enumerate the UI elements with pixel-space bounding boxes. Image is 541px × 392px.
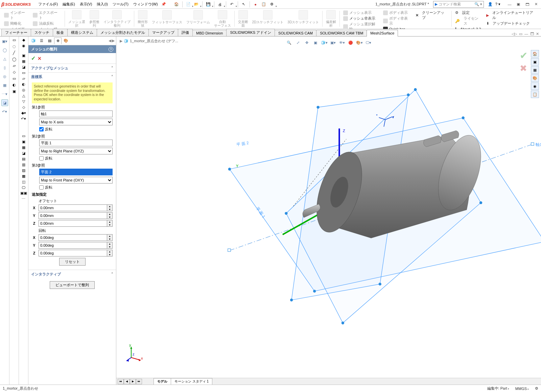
pm-tab-2[interactable]: ☰ — [38, 38, 45, 44]
tab-2[interactable]: 板金 — [53, 29, 68, 36]
pm-tab-3[interactable]: ▤ — [46, 38, 53, 44]
print-icon[interactable]: 🖨 — [216, 1, 224, 8]
maximize-icon[interactable]: 🗖 — [523, 1, 531, 7]
vtb2-item6[interactable]: ◇ — [13, 70, 16, 74]
vtb3-v[interactable]: ▩ — [22, 174, 25, 178]
ref1-invert[interactable]: 反転 — [39, 127, 113, 132]
bt-first-icon[interactable]: ⏮ — [118, 379, 124, 384]
vtb3-b[interactable]: ◉ — [22, 44, 25, 48]
new-icon[interactable]: 📄 — [185, 1, 192, 8]
tab-6[interactable]: 評価 — [178, 29, 193, 36]
vtb1-cone-icon[interactable]: △ — [1, 55, 8, 62]
tab-4[interactable]: メッシュ分割されたモデル — [97, 29, 149, 36]
ribbon-license[interactable]: 🔑 ライセンス — [455, 16, 482, 26]
menu-file[interactable]: ファイル(F) — [36, 1, 60, 8]
status-editing[interactable]: 編集中: Part — [487, 386, 509, 391]
ribbon-mesh-hide[interactable]: メッシュ非表示 — [343, 16, 379, 21]
bt-next-icon[interactable]: ▶ — [130, 379, 136, 384]
vtb3-f[interactable]: ▭ — [22, 71, 25, 75]
vtb3-q[interactable]: ▦ — [22, 145, 25, 150]
ref3-map-select[interactable]: Map to Front Plane (OXY) — [39, 177, 113, 183]
tabs-close-icon[interactable]: ✕ — [536, 32, 539, 36]
vtb1-undo-icon[interactable]: ↶▾ — [1, 108, 8, 115]
offset-y[interactable] — [39, 212, 107, 219]
vtb3-s[interactable]: ▤ — [22, 157, 25, 161]
menu-insert[interactable]: 挿入(I) — [95, 1, 110, 8]
vtb1-active-icon[interactable]: ◪ — [1, 99, 8, 106]
vtb3-z[interactable]: ⋯ — [22, 197, 25, 201]
bottom-tab-motion[interactable]: モーション スタディ 1 — [171, 378, 212, 385]
sec-coord-sys[interactable]: 座標系˄ — [28, 73, 116, 81]
ref3-invert[interactable]: 反転 — [39, 185, 113, 190]
align-in-viewport-button[interactable]: ビューポートで整列 — [50, 281, 95, 289]
rebuild-icon[interactable]: ● — [252, 1, 259, 8]
vtb2-item2[interactable]: ◌ — [13, 44, 16, 49]
ribbon-settings[interactable]: ⚙ 設定 — [455, 10, 482, 15]
tab-1[interactable]: スケッチ — [31, 29, 53, 36]
undo-icon[interactable]: ↶ — [228, 1, 236, 8]
rot-y[interactable] — [39, 242, 107, 249]
view-triad[interactable]: y x z — [124, 344, 145, 364]
ref3-input[interactable] — [39, 169, 113, 175]
vtb3-o[interactable]: ▭ — [22, 134, 25, 138]
home-icon[interactable]: 🏠 — [173, 1, 180, 8]
vtb3-p[interactable]: ▣ — [22, 140, 25, 144]
vtb2-item3[interactable]: ╱ — [13, 51, 15, 55]
command-search[interactable]: ▶ コマンド検索 🔍 ▾ — [433, 1, 484, 8]
tab-11[interactable]: Mesh2Surface — [367, 30, 398, 36]
ribbon-update[interactable]: ⬇ アップデートチェック — [486, 21, 537, 26]
vtb2-item4[interactable]: ◯ — [12, 57, 16, 62]
vtb3-n[interactable]: ↶▾ — [21, 117, 26, 121]
sec-interactive[interactable]: インタラクティブ˄ — [28, 270, 116, 278]
bt-last-icon[interactable]: ⏭ — [136, 379, 142, 384]
save-icon[interactable]: 💾 — [205, 1, 212, 8]
vtb3-g[interactable]: ▱ — [22, 76, 25, 81]
tab-0[interactable]: フィーチャー — [1, 29, 31, 36]
offset-z[interactable] — [39, 220, 107, 227]
pm-tab-5[interactable]: 🎨 — [62, 38, 70, 44]
vtb3-j[interactable]: △ — [22, 94, 25, 98]
vtb3-u[interactable]: ▨ — [22, 168, 25, 173]
vtb3-k[interactable]: ▽ — [22, 99, 25, 104]
pm-tab-1[interactable]: 🧊 — [30, 38, 37, 44]
select-icon[interactable]: ↖ — [240, 1, 248, 8]
vtb3-r[interactable]: ◪ — [22, 151, 25, 155]
ref2-invert[interactable]: 反転 — [39, 156, 113, 161]
open-icon[interactable]: 📂 — [193, 1, 200, 8]
pm-next-icon[interactable]: ▶ — [112, 39, 115, 43]
rot-x[interactable] — [39, 234, 107, 241]
tab-8[interactable]: SOLIDWORKS アドイン — [226, 29, 275, 36]
tab-7[interactable]: MBD Dimension — [192, 30, 227, 36]
menu-edit[interactable]: 編集(E) — [61, 1, 77, 8]
vtb1-cyl-icon[interactable]: ▯ — [1, 64, 8, 71]
ref1-map-select[interactable]: Map to X axis — [39, 119, 113, 125]
vtb3-a[interactable]: ◆ — [22, 38, 25, 42]
vtb1-other-icon[interactable]: ⋯▾ — [1, 91, 8, 97]
tabs-min-icon[interactable]: ▭ — [519, 32, 522, 36]
pin-icon[interactable]: 📌 — [161, 2, 166, 6]
vtb3-c[interactable]: ▣ — [22, 53, 25, 58]
vtb3-w[interactable]: ◫ — [22, 180, 25, 184]
tab-9[interactable]: SOLIDWORKS CAM — [275, 30, 316, 36]
vtb3-l[interactable]: ◇ — [22, 105, 25, 109]
sec-active-mesh[interactable]: アクティブなメッシュ˄ — [28, 64, 116, 72]
tab-5[interactable]: マークアップ — [148, 29, 178, 36]
vtb3-h[interactable]: ◐ — [22, 82, 25, 87]
tab-3[interactable]: 構造システム — [67, 29, 97, 36]
status-gear-icon[interactable]: ⚙ — [535, 386, 538, 391]
vtb3-i[interactable]: ◎ — [22, 88, 25, 92]
vtb1-torus-icon[interactable]: ◎ — [1, 73, 8, 80]
tabs-dash-icon[interactable]: — — [524, 32, 528, 36]
tab-10[interactable]: SOLIDWORKS CAM TBM — [316, 30, 367, 36]
ribbon-tutorial[interactable]: ▶ オンラインチュートリアル — [486, 10, 537, 20]
vtb2-item5[interactable]: ▱ — [13, 64, 16, 68]
ribbon-export[interactable]: エクスポート — [33, 10, 61, 20]
cancel-button[interactable]: ✕ — [38, 56, 42, 61]
bt-prev-icon[interactable]: ◀ — [124, 379, 130, 384]
pm-tab-4[interactable]: ⊕ — [54, 38, 62, 44]
ok-button[interactable]: ✓ — [31, 55, 36, 62]
viewport[interactable]: ▶ 🧊 1_mortor_原点合わせ (デフ... 🔍 ⤢ ✥ ▣ 🧊▾ ▣▾ … — [116, 36, 541, 385]
ribbon-mesh-show[interactable]: メッシュ表示 — [343, 10, 379, 15]
vtb3-m[interactable]: ◆▾ — [21, 111, 26, 115]
settings-icon[interactable]: ⚙ — [268, 1, 276, 8]
